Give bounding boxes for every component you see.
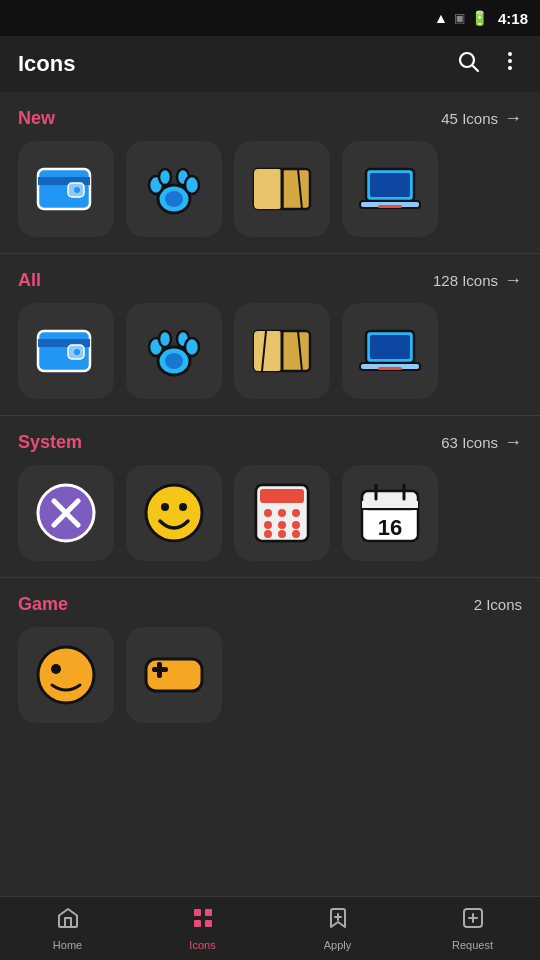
- icon-laptop-new[interactable]: [342, 141, 438, 237]
- icon-close-system[interactable]: [18, 465, 114, 561]
- section-game-title: Game: [18, 594, 68, 615]
- svg-rect-52: [260, 489, 304, 503]
- svg-rect-71: [146, 659, 202, 691]
- svg-point-49: [179, 503, 187, 511]
- apply-icon: [326, 906, 350, 936]
- nav-icons[interactable]: Icons: [135, 906, 270, 951]
- section-new-arrow: →: [504, 108, 522, 129]
- svg-point-3: [508, 59, 512, 63]
- nav-apply[interactable]: Apply: [270, 906, 405, 951]
- icon-game1[interactable]: [18, 627, 114, 723]
- icon-wallet-new[interactable]: [18, 141, 114, 237]
- svg-point-30: [165, 353, 183, 369]
- svg-rect-77: [205, 920, 212, 927]
- svg-rect-64: [362, 501, 418, 509]
- section-system-title: System: [18, 432, 82, 453]
- section-new-icons: [0, 141, 540, 237]
- section-all-header[interactable]: All 128 Icons →: [0, 254, 540, 303]
- svg-point-53: [264, 509, 272, 517]
- svg-rect-36: [254, 331, 282, 371]
- page-title: Icons: [18, 51, 75, 77]
- section-system-count: 63 Icons: [441, 434, 498, 451]
- header-actions: [456, 49, 522, 79]
- section-all-title: All: [18, 270, 41, 291]
- search-icon[interactable]: [456, 49, 480, 79]
- content-area: New 45 Icons →: [0, 92, 540, 896]
- nav-request[interactable]: Request: [405, 906, 540, 951]
- icon-wallet-all[interactable]: [18, 303, 114, 399]
- icon-book-all[interactable]: [234, 303, 330, 399]
- more-options-icon[interactable]: [498, 49, 522, 79]
- svg-point-69: [38, 647, 94, 703]
- svg-point-70: [51, 664, 61, 674]
- svg-point-61: [292, 530, 300, 538]
- svg-rect-19: [254, 169, 282, 209]
- svg-text:16: 16: [378, 515, 402, 540]
- section-system-arrow: →: [504, 432, 522, 453]
- section-game-meta: 2 Icons: [474, 596, 522, 613]
- svg-point-34: [185, 338, 199, 356]
- svg-rect-75: [205, 909, 212, 916]
- nav-apply-label: Apply: [324, 939, 352, 951]
- svg-rect-76: [194, 920, 201, 927]
- status-time: 4:18: [498, 10, 528, 27]
- section-game-header[interactable]: Game 2 Icons: [0, 578, 540, 627]
- section-new: New 45 Icons →: [0, 92, 540, 254]
- svg-point-59: [264, 530, 272, 538]
- svg-point-14: [185, 176, 199, 194]
- section-system-meta: 63 Icons →: [441, 432, 522, 453]
- section-game-icons: [0, 627, 540, 723]
- icon-emoji-system[interactable]: [126, 465, 222, 561]
- app-header: Icons: [0, 36, 540, 92]
- svg-point-4: [508, 66, 512, 70]
- svg-point-0: [460, 53, 474, 67]
- svg-point-47: [146, 485, 202, 541]
- svg-rect-41: [370, 335, 410, 359]
- bottom-nav: Home Icons Apply: [0, 896, 540, 960]
- nav-home[interactable]: Home: [0, 906, 135, 951]
- section-new-header[interactable]: New 45 Icons →: [0, 92, 540, 141]
- nav-request-label: Request: [452, 939, 493, 951]
- section-game: Game 2 Icons: [0, 578, 540, 759]
- request-icon: [461, 906, 485, 936]
- svg-point-2: [508, 52, 512, 56]
- svg-point-8: [74, 187, 80, 193]
- status-bar: ▲ ▣ 🔋 4:18: [0, 0, 540, 36]
- grid-icon: [191, 906, 215, 936]
- section-system: System 63 Icons →: [0, 416, 540, 578]
- svg-point-56: [264, 521, 272, 529]
- svg-point-55: [292, 509, 300, 517]
- svg-point-60: [278, 530, 286, 538]
- section-all-meta: 128 Icons →: [433, 270, 522, 291]
- svg-rect-22: [370, 173, 410, 197]
- nav-home-label: Home: [53, 939, 82, 951]
- section-new-meta: 45 Icons →: [441, 108, 522, 129]
- home-icon: [56, 906, 80, 936]
- svg-point-32: [159, 331, 171, 347]
- section-new-title: New: [18, 108, 55, 129]
- svg-rect-73: [157, 662, 162, 678]
- icon-book-new[interactable]: [234, 141, 330, 237]
- section-new-count: 45 Icons: [441, 110, 498, 127]
- section-all-icons: [0, 303, 540, 399]
- svg-point-54: [278, 509, 286, 517]
- svg-point-48: [161, 503, 169, 511]
- icon-calculator-system[interactable]: [234, 465, 330, 561]
- svg-line-1: [473, 66, 478, 71]
- icon-game2[interactable]: [126, 627, 222, 723]
- svg-point-12: [159, 169, 171, 185]
- icon-laptop-all[interactable]: [342, 303, 438, 399]
- svg-rect-43: [378, 367, 402, 370]
- signal-icon: ▣: [454, 11, 465, 25]
- icon-paw-new[interactable]: [126, 141, 222, 237]
- battery-icon: 🔋: [471, 10, 488, 26]
- section-all-arrow: →: [504, 270, 522, 291]
- icon-paw-all[interactable]: [126, 303, 222, 399]
- icon-calendar-system[interactable]: 16: [342, 465, 438, 561]
- section-system-header[interactable]: System 63 Icons →: [0, 416, 540, 465]
- svg-point-58: [292, 521, 300, 529]
- section-system-icons: 16: [0, 465, 540, 561]
- svg-rect-24: [378, 205, 402, 208]
- section-game-count: 2 Icons: [474, 596, 522, 613]
- svg-point-10: [165, 191, 183, 207]
